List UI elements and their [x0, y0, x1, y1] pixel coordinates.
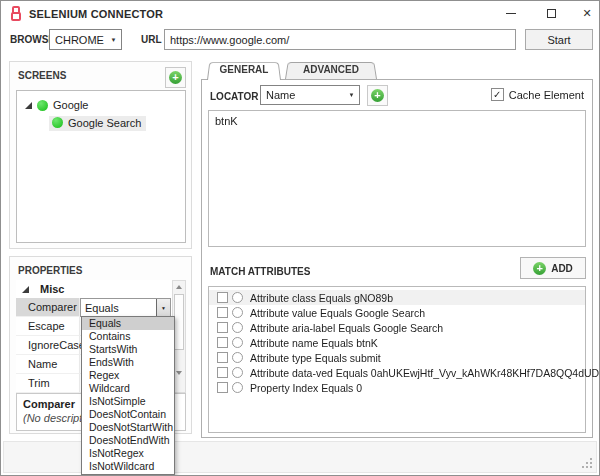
add-locator-button[interactable]: +	[367, 85, 388, 106]
property-name[interactable]: Name	[16, 355, 80, 373]
tree-item-google[interactable]: Google	[25, 97, 88, 113]
match-attributes-list: Attribute class Equals gNO89b Attribute …	[208, 286, 586, 433]
start-button[interactable]: Start	[525, 29, 593, 50]
app-icon-bottom-segment	[11, 12, 21, 21]
browser-select-value: CHROME	[50, 34, 106, 46]
scroll-up-icon[interactable]	[173, 281, 185, 293]
dropdown-option[interactable]: Equals	[82, 317, 174, 330]
dropdown-option[interactable]: IsNotWildcard	[82, 460, 174, 473]
properties-header: PROPERTIES	[18, 265, 82, 276]
list-item[interactable]: Attribute class Equals gNO89b	[209, 290, 585, 305]
comparer-select-value: Equals	[81, 302, 156, 314]
dropdown-option[interactable]: DoesNotEndWith	[82, 434, 174, 447]
attribute-radio[interactable]	[232, 367, 243, 378]
attribute-radio[interactable]	[232, 307, 243, 318]
close-icon: ✕	[582, 7, 591, 20]
locator-label: LOCATOR	[210, 91, 259, 102]
category-row-misc[interactable]: Misc	[16, 280, 171, 298]
attribute-checkbox[interactable]	[217, 367, 228, 378]
attribute-text: Attribute data-ved Equals 0ahUKEwjHtf_Vy…	[250, 367, 600, 379]
general-tab-panel: LOCATOR Name ▼ + ✓ Cache Element btnK MA…	[201, 79, 593, 438]
attribute-text: Attribute name Equals btnK	[250, 337, 378, 349]
add-attribute-button[interactable]: + ADD	[520, 257, 586, 279]
attribute-checkbox[interactable]	[217, 292, 228, 303]
attribute-text: Attribute value Equals Google Search	[250, 307, 425, 319]
property-row-comparer[interactable]: Comparer Equals ▼	[16, 298, 171, 317]
add-button-label: ADD	[551, 263, 573, 274]
locator-value-text: btnK	[215, 115, 238, 127]
cache-element-label: Cache Element	[509, 89, 584, 101]
attribute-text: Property Index Equals 0	[250, 382, 362, 394]
dropdown-option[interactable]: IsNotRegex	[82, 447, 174, 460]
attribute-checkbox[interactable]	[217, 352, 228, 363]
plus-icon: +	[371, 89, 384, 102]
attribute-checkbox[interactable]	[217, 307, 228, 318]
comparer-select[interactable]: Equals ▼	[80, 298, 171, 317]
attribute-checkbox[interactable]	[217, 337, 228, 348]
list-item[interactable]: Property Index Equals 0	[209, 380, 585, 395]
chevron-down-icon[interactable]: ▼	[156, 299, 170, 316]
expander-icon[interactable]	[22, 286, 29, 293]
plus-icon: +	[533, 262, 546, 275]
category-label: Misc	[40, 283, 64, 295]
dropdown-option[interactable]: StartsWith	[82, 343, 174, 356]
expander-icon[interactable]	[25, 102, 32, 109]
tree-item-label: Google Search	[68, 117, 141, 129]
scrollbar-thumb[interactable]	[174, 294, 184, 350]
property-name[interactable]: Trim	[16, 374, 80, 392]
tree-item-google-search[interactable]: Google Search	[49, 115, 146, 131]
property-name[interactable]: IgnoreCase	[16, 336, 80, 354]
tree-item-label: Google	[53, 99, 88, 111]
attribute-radio[interactable]	[232, 382, 243, 393]
url-input[interactable]	[164, 29, 516, 50]
tab-advanced[interactable]: ADVANCED	[285, 61, 377, 79]
dropdown-option[interactable]: EndsWith	[82, 356, 174, 369]
screens-header: SCREENS	[18, 70, 66, 81]
property-name[interactable]: Comparer	[16, 298, 80, 316]
dropdown-option[interactable]: IsNotSimple	[82, 395, 174, 408]
match-attributes-header: MATCH ATTRIBUTES	[210, 266, 310, 277]
locator-type-value: Name	[261, 89, 344, 101]
attribute-text: Attribute class Equals gNO89b	[250, 292, 393, 304]
attribute-radio[interactable]	[232, 352, 243, 363]
cache-element-checkbox-group[interactable]: ✓ Cache Element	[491, 88, 584, 101]
cache-element-checkbox[interactable]: ✓	[491, 88, 504, 101]
attribute-text: Attribute type Equals submit	[250, 352, 381, 364]
attribute-radio[interactable]	[232, 292, 243, 303]
start-button-label: Start	[547, 34, 570, 46]
dropdown-option[interactable]: Contains	[82, 330, 174, 343]
window-title: SELENIUM CONNECTOR	[29, 8, 163, 20]
locator-value-textarea[interactable]: btnK	[208, 110, 586, 247]
minimize-button[interactable]	[495, 1, 527, 26]
tab-advanced-label: ADVANCED	[303, 64, 359, 75]
list-item[interactable]: Attribute name Equals btnK	[209, 335, 585, 350]
attribute-checkbox[interactable]	[217, 382, 228, 393]
tab-general[interactable]: GENERAL	[207, 61, 281, 80]
property-name[interactable]: Escape	[16, 317, 80, 335]
screens-tree: Google Google Search	[16, 90, 186, 243]
dropdown-option[interactable]: Regex	[82, 369, 174, 382]
dropdown-option[interactable]: DoesNotContain	[82, 408, 174, 421]
url-label: URL	[141, 34, 162, 45]
resize-grip[interactable]	[590, 466, 592, 468]
list-item[interactable]: Attribute value Equals Google Search	[209, 305, 585, 320]
dropdown-option[interactable]: Wildcard	[82, 382, 174, 395]
minimize-icon	[506, 13, 516, 14]
dropdown-option[interactable]: DoesNotStartWith	[82, 421, 174, 434]
close-button[interactable]: ✕	[571, 1, 600, 26]
list-item[interactable]: Attribute aria-label Equals Google Searc…	[209, 320, 585, 335]
attribute-checkbox[interactable]	[217, 322, 228, 333]
screen-status-icon	[37, 100, 48, 111]
add-screen-button[interactable]: +	[165, 67, 186, 88]
check-icon: ✓	[493, 89, 501, 100]
maximize-button[interactable]	[535, 1, 567, 26]
list-item[interactable]: Attribute type Equals submit	[209, 350, 585, 365]
attribute-radio[interactable]	[232, 322, 243, 333]
browser-select[interactable]: CHROME ▼	[49, 29, 122, 50]
tree-item-selected: Google Search	[49, 116, 146, 131]
chevron-down-icon: ▼	[344, 92, 359, 98]
locator-type-select[interactable]: Name ▼	[260, 85, 360, 105]
chevron-down-icon: ▼	[106, 37, 121, 43]
attribute-radio[interactable]	[232, 337, 243, 348]
list-item[interactable]: Attribute data-ved Equals 0ahUKEwjHtf_Vy…	[209, 365, 585, 380]
